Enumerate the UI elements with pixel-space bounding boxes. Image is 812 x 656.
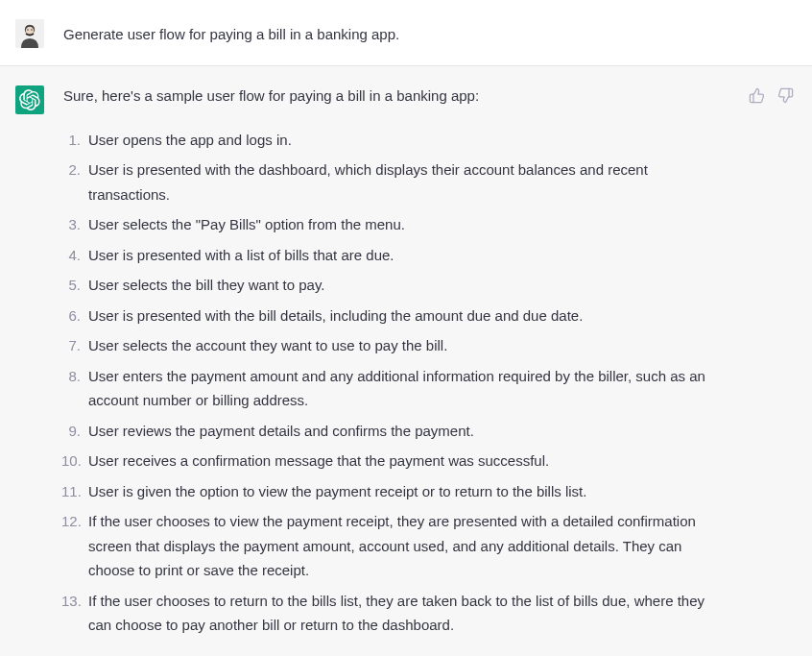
thumbs-down-button[interactable]: [776, 85, 795, 105]
user-prompt-text: Generate user flow for paying a bill in …: [63, 26, 399, 42]
list-item: User enters the payment amount and any a…: [83, 364, 726, 413]
list-item: User receives a confirmation message tha…: [83, 449, 726, 474]
thumbs-down-icon: [777, 87, 794, 104]
svg-point-4: [31, 29, 32, 30]
user-message-row: Generate user flow for paying a bill in …: [0, 0, 812, 66]
user-message-content: Generate user flow for paying a bill in …: [63, 17, 795, 48]
list-item: User is presented with the dashboard, wh…: [83, 158, 726, 207]
thumbs-up-button[interactable]: [747, 85, 766, 105]
list-item: User is presented with the bill details,…: [83, 304, 726, 328]
list-item: If the user chooses to view the payment …: [83, 509, 726, 583]
feedback-actions: [747, 85, 795, 644]
assistant-message-content: Sure, here's a sample user flow for payi…: [63, 84, 735, 644]
list-item: User reviews the payment details and con…: [83, 419, 726, 444]
list-item: If the user chooses to return to the bil…: [83, 589, 726, 638]
list-item: User selects the bill they want to pay.: [83, 273, 726, 298]
thumbs-up-icon: [749, 87, 765, 104]
assistant-intro-text: Sure, here's a sample user flow for payi…: [63, 84, 726, 109]
list-item: User opens the app and logs in.: [83, 128, 726, 153]
svg-point-3: [27, 29, 28, 30]
assistant-avatar: [15, 85, 44, 114]
list-item: User is given the option to view the pay…: [83, 479, 726, 504]
list-item: User is presented with a list of bills t…: [83, 243, 726, 268]
assistant-steps-list: User opens the app and logs in.User is p…: [63, 128, 726, 638]
list-item: User selects the account they want to us…: [83, 333, 726, 358]
assistant-message-row: Sure, here's a sample user flow for payi…: [0, 66, 812, 656]
list-item: User selects the "Pay Bills" option from…: [83, 212, 726, 237]
user-avatar: [15, 19, 44, 48]
